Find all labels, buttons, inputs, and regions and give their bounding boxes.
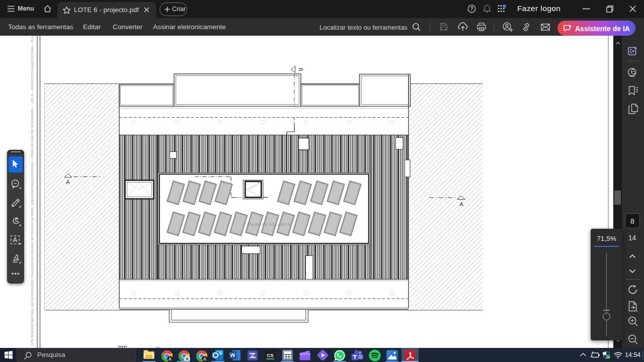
svg-text:PAINEIS SOLARES: PAINEIS SOLARES — [249, 222, 291, 227]
svg-text:ESTE DESENHO NÃO PODE SER REPR: ESTE DESENHO NÃO PODE SER REPRODUZIDO, D… — [31, 36, 34, 346]
svg-text:A: A — [66, 179, 69, 185]
svg-text:B: B — [298, 68, 303, 71]
svg-text:A: A — [459, 201, 463, 207]
svg-text:?: ? — [470, 6, 473, 12]
svg-text:CS: CS — [267, 352, 273, 358]
